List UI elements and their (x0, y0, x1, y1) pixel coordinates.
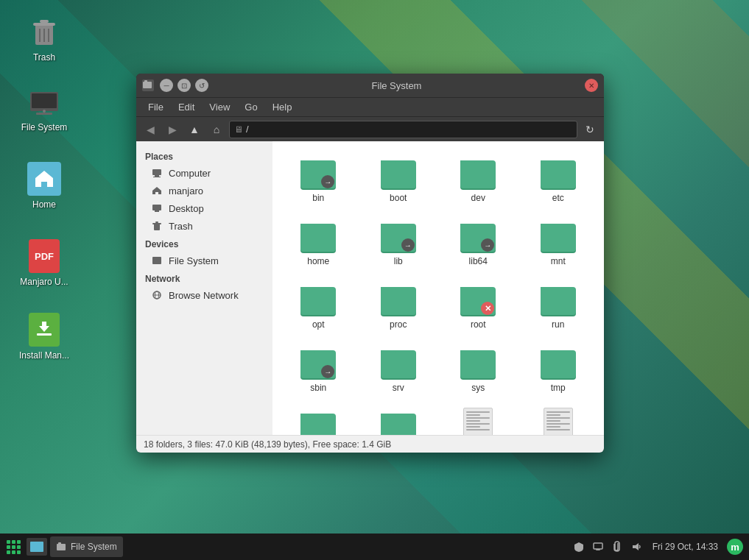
sidebar-item-browse-network[interactable]: Browse Network (136, 286, 272, 304)
file-icon-mnt (541, 218, 576, 253)
svg-marker-12 (39, 322, 49, 332)
file-item-dev[interactable]: dev (440, 149, 517, 209)
file-item-opt[interactable]: opt (280, 275, 357, 336)
svg-rect-19 (152, 205, 161, 210)
desktop-icon-filesystem[interactable]: File System (15, 81, 74, 135)
sidebar-item-label-network: Browse Network (169, 290, 239, 301)
sidebar-item-manjaro[interactable]: manjaro (136, 182, 272, 199)
file-item-etc[interactable]: etc (520, 149, 597, 209)
system-tray: Fri 29 Oct, 14:33 m (569, 539, 746, 555)
window-icon (142, 79, 154, 91)
svg-rect-9 (36, 113, 52, 115)
taskbar: File System (0, 534, 749, 560)
file-item-root[interactable]: ✕ root (440, 275, 517, 336)
window-controls: ─ ⊡ ↺ (160, 79, 208, 92)
close-button[interactable]: ✕ (585, 79, 598, 92)
menu-go[interactable]: Go (239, 100, 263, 114)
sidebar-item-computer[interactable]: Computer (136, 164, 272, 182)
tray-clip-icon[interactable] (610, 539, 625, 554)
file-label-root: root (471, 319, 486, 330)
svg-marker-35 (633, 543, 639, 550)
file-icon-opt (300, 281, 336, 316)
desktop-icon-pdf[interactable]: PDF Manjaro U... (15, 235, 74, 290)
back-button[interactable]: ◀ (141, 120, 160, 139)
home-desktop-label: Home (32, 199, 56, 210)
svg-rect-7 (32, 93, 57, 108)
file-item-sbin[interactable]: sbin (280, 339, 357, 399)
svg-rect-31 (58, 542, 61, 545)
svg-rect-26 (154, 261, 160, 262)
file-item-srv[interactable]: srv (360, 339, 437, 399)
file-item-usr[interactable]: usr (280, 402, 357, 435)
file-item-vmlinuz-...[interactable]: vmlinuz-... (520, 402, 597, 435)
file-icon-boot (381, 155, 416, 190)
start-button[interactable] (3, 536, 24, 557)
desktop-icon-home[interactable]: Home (15, 158, 74, 213)
manjaro-logo (7, 540, 21, 554)
file-icon-lib (381, 218, 416, 253)
forward-button[interactable]: ▶ (163, 120, 182, 139)
workspace-button[interactable] (27, 538, 47, 556)
file-icon-initramfs... (460, 408, 496, 435)
svg-rect-13 (143, 82, 152, 88)
file-label-bin: bin (312, 193, 324, 203)
file-item-run[interactable]: run (520, 275, 597, 336)
window-title: File System (208, 80, 585, 91)
desktop-icon-install[interactable]: Install Man... (15, 309, 74, 364)
home-desktop-icon (27, 161, 62, 196)
address-bar[interactable]: 🖥 / (229, 121, 577, 138)
toolbar: ◀ ▶ ▲ ⌂ 🖥 / ↻ (136, 116, 604, 141)
file-item-initramfs...[interactable]: initramfs... (440, 402, 517, 435)
svg-rect-22 (152, 223, 161, 224)
file-item-bin[interactable]: bin (280, 149, 357, 209)
svg-rect-14 (144, 80, 147, 82)
file-label-srv: srv (393, 383, 404, 393)
desktop-icon-small (151, 202, 163, 214)
taskbar-task-label: File System (71, 542, 117, 552)
file-icon-vmlinuz-... (541, 408, 576, 435)
taskbar-task-filesystem[interactable]: File System (50, 536, 123, 557)
tray-shield-icon[interactable] (572, 539, 586, 554)
file-label-sys: sys (471, 383, 485, 393)
file-item-mnt[interactable]: mnt (520, 212, 597, 272)
file-item-var[interactable]: var (360, 402, 437, 435)
sidebar-item-filesystem[interactable]: File System (136, 252, 272, 269)
sidebar-item-label-desktop: Desktop (169, 203, 204, 214)
maximize-button[interactable]: ⊡ (177, 79, 191, 92)
menu-help[interactable]: Help (267, 100, 298, 114)
tray-speaker-icon[interactable] (629, 539, 644, 554)
file-label-home: home (307, 256, 329, 266)
minimize-button[interactable]: ─ (160, 79, 173, 92)
desktop-icon-trash[interactable]: Trash (15, 11, 74, 65)
svg-rect-1 (33, 23, 55, 26)
file-item-lib64[interactable]: lib64 (440, 212, 517, 272)
pdf-desktop-label: Manjaro U... (20, 277, 68, 287)
up-button[interactable]: ▲ (185, 120, 204, 139)
tray-screen-icon[interactable] (591, 539, 605, 554)
address-text: / (246, 124, 249, 135)
filesystem-icon-small (151, 255, 163, 266)
home-button[interactable]: ⌂ (207, 120, 226, 139)
file-item-tmp[interactable]: tmp (520, 339, 597, 399)
filesystem-desktop-label: File System (21, 122, 68, 132)
link-badge (401, 238, 415, 252)
sidebar-item-desktop[interactable]: Desktop (136, 199, 272, 217)
install-desktop-label: Install Man... (19, 350, 69, 361)
file-item-lib[interactable]: lib (360, 212, 437, 272)
sidebar-item-trash[interactable]: Trash (136, 217, 272, 235)
file-item-home[interactable]: home (280, 212, 357, 272)
file-item-proc[interactable]: proc (360, 275, 437, 336)
file-label-mnt: mnt (551, 256, 566, 266)
menu-file[interactable]: File (142, 100, 169, 114)
file-icon-dev (460, 155, 496, 190)
restore-button[interactable]: ↺ (195, 79, 208, 92)
file-icon-proc (381, 281, 416, 316)
svg-rect-17 (153, 177, 161, 177)
menu-view[interactable]: View (203, 100, 236, 114)
svg-rect-11 (37, 333, 52, 336)
file-item-boot[interactable]: boot (360, 149, 437, 209)
manjaro-update-icon[interactable]: m (727, 539, 743, 555)
menu-edit[interactable]: Edit (172, 100, 200, 114)
refresh-button[interactable]: ↻ (580, 120, 599, 139)
file-item-sys[interactable]: sys (440, 339, 517, 399)
